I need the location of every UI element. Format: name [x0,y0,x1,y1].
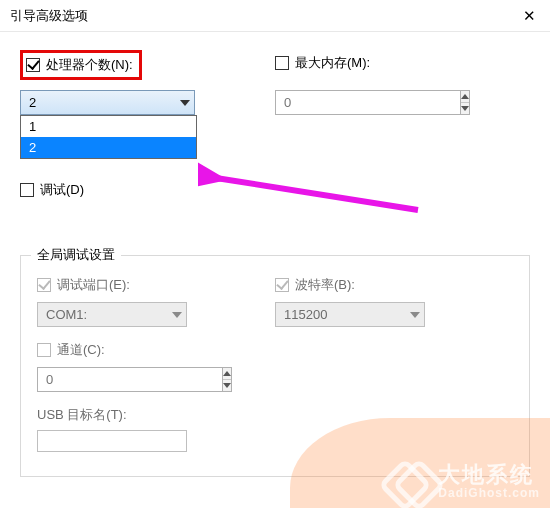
watermark-text-cn: 大地系统 [438,464,540,486]
channel-spin-up [223,368,231,380]
processors-option-2[interactable]: 2 [21,137,196,158]
maxmem-input [275,90,460,115]
caret-down-icon [461,106,469,111]
debug-label: 调试(D) [40,181,84,199]
close-icon: ✕ [523,7,536,25]
channel-label: 通道(C): [57,341,105,359]
global-debug-group: 全局调试设置 调试端口(E): COM1: 波特率(B): 115200 [20,255,530,477]
caret-up-icon [461,94,469,99]
watermark-logo-icon [390,462,430,502]
maxmem-checkbox[interactable] [275,56,289,70]
baud-dropdown: 115200 [275,302,425,327]
usb-target-input [37,430,187,452]
processors-selected: 2 [29,95,36,110]
chevron-down-icon [180,100,190,106]
baud-checkbox [275,278,289,292]
maxmem-spin-up[interactable] [461,91,469,103]
watermark: 大地系统 DadiGhost.com [380,456,550,508]
channel-input [37,367,222,392]
chevron-down-icon [172,312,182,318]
debugport-checkbox [37,278,51,292]
debugport-dropdown: COM1: [37,302,187,327]
debugport-label: 调试端口(E): [57,276,130,294]
caret-down-icon [223,383,231,388]
processors-highlight: 处理器个数(N): [20,50,142,80]
maxmem-spin-down[interactable] [461,103,469,114]
channel-spin-down [223,380,231,391]
close-button[interactable]: ✕ [508,0,550,32]
processors-dropdown[interactable]: 2 1 2 [20,90,195,115]
group-legend: 全局调试设置 [31,246,121,264]
usb-target-label: USB 目标名(T): [37,406,513,424]
content-area: 处理器个数(N): 2 1 2 调试(D) 最大内存(M): [0,32,550,477]
debug-checkbox[interactable] [20,183,34,197]
processors-option-1[interactable]: 1 [21,116,196,137]
channel-spinner [37,367,187,392]
processors-label: 处理器个数(N): [46,56,133,74]
processors-checkbox[interactable] [26,58,40,72]
watermark-text-en: DadiGhost.com [438,486,540,500]
window-title: 引导高级选项 [10,7,88,25]
maxmem-label: 最大内存(M): [295,54,370,72]
chevron-down-icon [410,312,420,318]
baud-value: 115200 [284,307,327,322]
channel-checkbox [37,343,51,357]
baud-label: 波特率(B): [295,276,355,294]
maxmem-spinner [275,90,450,115]
debugport-value: COM1: [46,307,87,322]
title-bar: 引导高级选项 ✕ [0,0,550,32]
caret-up-icon [223,371,231,376]
processors-dropdown-list: 1 2 [20,115,197,159]
